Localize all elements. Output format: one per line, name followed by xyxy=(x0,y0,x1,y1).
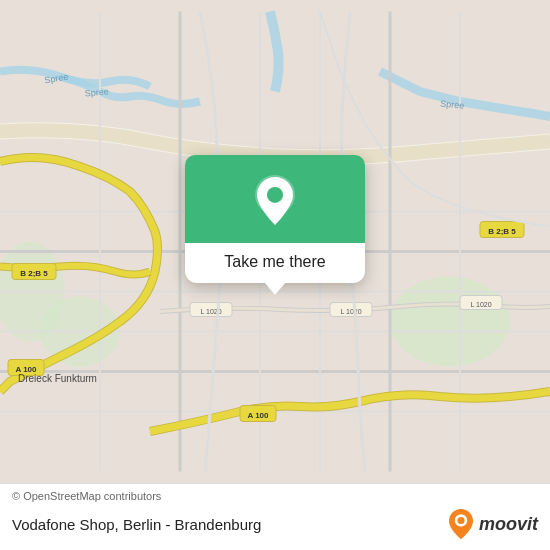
popup-green-area xyxy=(185,154,365,242)
location-title: Vodafone Shop, Berlin - Brandenburg xyxy=(12,516,261,533)
popup-card: Take me there xyxy=(185,154,365,282)
take-me-there-button[interactable]: Take me there xyxy=(208,242,341,282)
moovit-logo: moovit xyxy=(447,508,538,540)
svg-text:B 2;B 5: B 2;B 5 xyxy=(20,269,48,278)
svg-text:Spree: Spree xyxy=(84,86,109,98)
app: A 100 A 100 B 2;B 5 B 2;B 5 L 1020 L 1 xyxy=(0,0,550,550)
popup-tail xyxy=(265,282,285,294)
svg-point-37 xyxy=(457,517,464,524)
svg-point-1 xyxy=(390,277,510,367)
bottom-bar: © OpenStreetMap contributors Vodafone Sh… xyxy=(0,483,550,550)
svg-text:Spree: Spree xyxy=(440,99,465,111)
svg-text:Dreieck Funkturm: Dreieck Funkturm xyxy=(18,373,97,384)
moovit-brand-name: moovit xyxy=(479,514,538,535)
bottom-content: Vodafone Shop, Berlin - Brandenburg moov… xyxy=(0,504,550,550)
svg-text:A 100: A 100 xyxy=(247,411,269,420)
svg-text:L 1020: L 1020 xyxy=(340,308,361,315)
svg-point-35 xyxy=(267,186,283,202)
map-area: A 100 A 100 B 2;B 5 B 2;B 5 L 1020 L 1 xyxy=(0,0,550,483)
location-pin-icon xyxy=(253,174,297,226)
svg-text:L 1020: L 1020 xyxy=(470,301,491,308)
map-attribution: © OpenStreetMap contributors xyxy=(0,484,550,504)
moovit-pin-icon xyxy=(447,508,475,540)
svg-text:B 2;B 5: B 2;B 5 xyxy=(488,227,516,236)
